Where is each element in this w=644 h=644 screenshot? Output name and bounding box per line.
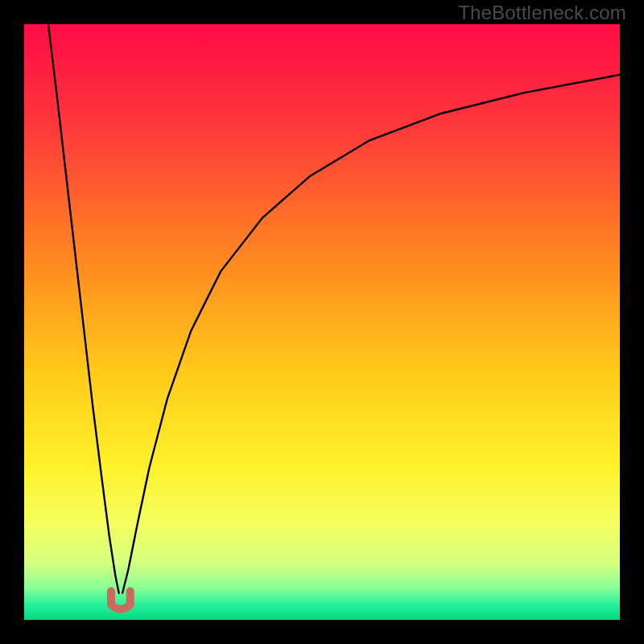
watermark-label: TheBottleneck.com <box>458 2 626 24</box>
bottleneck-chart <box>0 0 644 644</box>
gradient-background <box>24 24 620 620</box>
outer-frame: TheBottleneck.com <box>0 0 644 644</box>
